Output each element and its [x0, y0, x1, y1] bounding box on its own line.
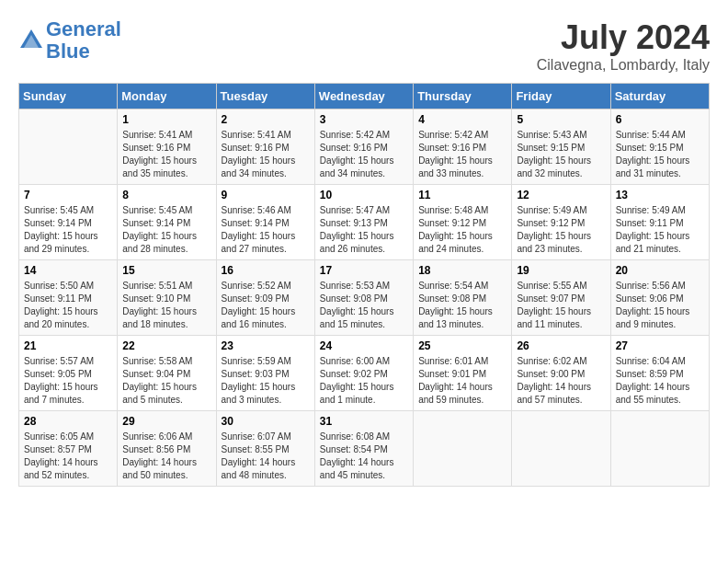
day-number: 6 [616, 113, 704, 126]
sunset-time: Sunset: 9:13 PM [320, 218, 388, 228]
sunrise-time: Sunrise: 6:04 AM [616, 356, 686, 366]
calendar-day-13: 13Sunrise: 5:49 AMSunset: 9:11 PMDayligh… [610, 185, 709, 260]
calendar-day-empty [19, 109, 118, 185]
day-info: Sunrise: 5:58 AMSunset: 9:04 PMDaylight:… [122, 355, 210, 407]
daylight-hours: Daylight: 15 hours and 9 minutes. [616, 306, 690, 329]
location: Cilavegna, Lombardy, Italy [537, 57, 710, 74]
sunset-time: Sunset: 9:11 PM [616, 218, 684, 228]
sunset-time: Sunset: 9:16 PM [418, 143, 486, 153]
daylight-hours: Daylight: 15 hours and 31 minutes. [616, 155, 690, 178]
day-number: 9 [222, 189, 310, 201]
calendar-day-10: 10Sunrise: 5:47 AMSunset: 9:13 PMDayligh… [314, 185, 413, 260]
day-number: 26 [517, 339, 605, 352]
day-info: Sunrise: 5:49 AMSunset: 9:11 PMDaylight:… [616, 204, 704, 256]
daylight-hours: Daylight: 15 hours and 28 minutes. [122, 231, 197, 254]
sunset-time: Sunset: 9:02 PM [320, 369, 388, 379]
sunset-time: Sunset: 9:15 PM [616, 143, 684, 153]
day-info: Sunrise: 6:01 AMSunset: 9:01 PMDaylight:… [418, 355, 506, 407]
daylight-hours: Daylight: 14 hours and 52 minutes. [24, 457, 98, 480]
sunrise-time: Sunrise: 6:02 AM [517, 356, 586, 366]
sunset-time: Sunset: 8:57 PM [24, 444, 92, 454]
daylight-hours: Daylight: 15 hours and 33 minutes. [418, 155, 493, 178]
sunrise-time: Sunrise: 6:05 AM [24, 431, 94, 442]
day-number: 16 [222, 264, 310, 277]
calendar-day-19: 19Sunrise: 5:55 AMSunset: 9:07 PMDayligh… [512, 260, 610, 336]
calendar-day-9: 9Sunrise: 5:46 AMSunset: 9:14 PMDaylight… [216, 185, 314, 260]
day-number: 21 [24, 339, 112, 352]
calendar-day-26: 26Sunrise: 6:02 AMSunset: 9:00 PMDayligh… [512, 336, 610, 411]
calendar-day-29: 29Sunrise: 6:06 AMSunset: 8:56 PMDayligh… [118, 411, 216, 487]
calendar-day-14: 14Sunrise: 5:50 AMSunset: 9:11 PMDayligh… [19, 260, 118, 336]
sunset-time: Sunset: 8:56 PM [122, 444, 190, 454]
day-number: 15 [122, 264, 210, 277]
daylight-hours: Daylight: 15 hours and 32 minutes. [517, 155, 591, 178]
calendar-day-27: 27Sunrise: 6:04 AMSunset: 8:59 PMDayligh… [610, 336, 709, 411]
daylight-hours: Daylight: 14 hours and 50 minutes. [122, 457, 197, 480]
day-number: 27 [616, 339, 704, 352]
calendar-day-1: 1Sunrise: 5:41 AMSunset: 9:16 PMDaylight… [118, 109, 216, 185]
sunset-time: Sunset: 9:11 PM [24, 293, 92, 304]
calendar-day-15: 15Sunrise: 5:51 AMSunset: 9:10 PMDayligh… [118, 260, 216, 336]
day-number: 4 [418, 113, 506, 126]
day-number: 8 [122, 189, 210, 201]
month-year: July 2024 [537, 18, 710, 57]
day-number: 18 [418, 264, 506, 277]
day-number: 25 [418, 339, 506, 352]
day-info: Sunrise: 5:42 AMSunset: 9:16 PMDaylight:… [320, 129, 408, 180]
sunrise-time: Sunrise: 6:07 AM [222, 431, 291, 442]
daylight-hours: Daylight: 15 hours and 3 minutes. [222, 382, 296, 405]
day-number: 11 [418, 189, 506, 201]
day-number: 23 [222, 339, 310, 352]
daylight-hours: Daylight: 15 hours and 20 minutes. [24, 306, 98, 329]
day-number: 22 [122, 339, 210, 352]
day-info: Sunrise: 6:02 AMSunset: 9:00 PMDaylight:… [517, 355, 605, 407]
header-saturday: Saturday [610, 84, 709, 109]
daylight-hours: Daylight: 15 hours and 15 minutes. [320, 306, 394, 329]
header-thursday: Thursday [414, 84, 512, 109]
daylight-hours: Daylight: 15 hours and 29 minutes. [24, 231, 98, 254]
day-number: 20 [616, 264, 704, 277]
calendar-day-3: 3Sunrise: 5:42 AMSunset: 9:16 PMDaylight… [314, 109, 413, 185]
sunset-time: Sunset: 8:59 PM [616, 369, 684, 379]
day-info: Sunrise: 5:41 AMSunset: 9:16 PMDaylight:… [122, 129, 210, 180]
daylight-hours: Daylight: 14 hours and 55 minutes. [616, 382, 690, 405]
sunset-time: Sunset: 9:14 PM [222, 218, 290, 228]
day-info: Sunrise: 5:52 AMSunset: 9:09 PMDaylight:… [222, 280, 310, 331]
day-info: Sunrise: 5:59 AMSunset: 9:03 PMDaylight:… [222, 355, 310, 407]
sunset-time: Sunset: 9:14 PM [24, 218, 92, 228]
sunrise-time: Sunrise: 5:52 AM [222, 281, 291, 291]
daylight-hours: Daylight: 14 hours and 57 minutes. [517, 382, 591, 405]
sunrise-time: Sunrise: 5:45 AM [24, 205, 94, 215]
sunrise-time: Sunrise: 5:54 AM [418, 281, 488, 291]
calendar-week-row: 7Sunrise: 5:45 AMSunset: 9:14 PMDaylight… [19, 185, 710, 260]
day-info: Sunrise: 5:44 AMSunset: 9:15 PMDaylight:… [616, 129, 704, 180]
calendar-week-row: 14Sunrise: 5:50 AMSunset: 9:11 PMDayligh… [19, 260, 710, 336]
sunrise-time: Sunrise: 5:50 AM [24, 281, 94, 291]
header-tuesday: Tuesday [216, 84, 314, 109]
header-friday: Friday [512, 84, 610, 109]
header-sunday: Sunday [19, 84, 118, 109]
sunrise-time: Sunrise: 5:47 AM [320, 205, 390, 215]
day-number: 12 [517, 189, 605, 201]
day-number: 13 [616, 189, 704, 201]
calendar-day-31: 31Sunrise: 6:08 AMSunset: 8:54 PMDayligh… [314, 411, 413, 487]
sunset-time: Sunset: 9:01 PM [418, 369, 486, 379]
day-info: Sunrise: 5:55 AMSunset: 9:07 PMDaylight:… [517, 280, 605, 331]
sunrise-time: Sunrise: 5:53 AM [320, 281, 390, 291]
daylight-hours: Daylight: 15 hours and 1 minute. [320, 382, 394, 405]
sunrise-time: Sunrise: 6:00 AM [320, 356, 390, 366]
daylight-hours: Daylight: 14 hours and 48 minutes. [222, 457, 296, 480]
calendar-day-empty [512, 411, 610, 487]
sunrise-time: Sunrise: 5:51 AM [122, 281, 192, 291]
day-info: Sunrise: 6:00 AMSunset: 9:02 PMDaylight:… [320, 355, 408, 407]
sunset-time: Sunset: 9:03 PM [222, 369, 290, 379]
daylight-hours: Daylight: 15 hours and 13 minutes. [418, 306, 493, 329]
calendar-week-row: 21Sunrise: 5:57 AMSunset: 9:05 PMDayligh… [19, 336, 710, 411]
sunset-time: Sunset: 9:07 PM [517, 293, 585, 304]
day-info: Sunrise: 5:57 AMSunset: 9:05 PMDaylight:… [24, 355, 112, 407]
day-info: Sunrise: 6:07 AMSunset: 8:55 PMDaylight:… [222, 431, 310, 482]
calendar-day-5: 5Sunrise: 5:43 AMSunset: 9:15 PMDaylight… [512, 109, 610, 185]
daylight-hours: Daylight: 15 hours and 27 minutes. [222, 231, 296, 254]
day-info: Sunrise: 5:47 AMSunset: 9:13 PMDaylight:… [320, 204, 408, 256]
calendar-day-6: 6Sunrise: 5:44 AMSunset: 9:15 PMDaylight… [610, 109, 709, 185]
